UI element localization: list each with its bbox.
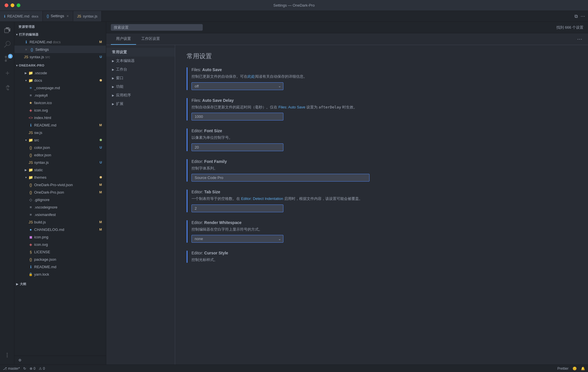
activitybar: 9 <box>0 22 14 365</box>
project-header[interactable]: ▾ ONEDARK-PRO <box>14 62 106 69</box>
list-item[interactable]: ▶ 📁 .vscode <box>14 69 106 77</box>
list-item[interactable]: ● CHANGELOG.md M <box>14 226 106 233</box>
tab-settings[interactable]: {} Settings × <box>43 11 73 22</box>
list-item[interactable]: ℹ README.md M <box>14 121 106 129</box>
sync-icon[interactable]: ↻ <box>23 367 26 371</box>
list-item[interactable]: {} package.json <box>14 256 106 263</box>
list-item[interactable]: {} OneDark-Pro.json M <box>14 188 106 196</box>
settings-nav-text-editor[interactable]: ▶ 文本编辑器 <box>106 57 175 65</box>
list-item[interactable]: ◇ .gitignore <box>14 196 106 203</box>
list-item[interactable]: ★ favicon.ico <box>14 99 106 106</box>
outline-header[interactable]: ▶ 大纲 <box>14 280 106 288</box>
setting-link[interactable]: 此处 <box>247 74 255 79</box>
svg-icon: ◈ <box>28 108 33 112</box>
list-item[interactable]: ▾ 📁 docs <box>14 77 106 84</box>
list-item[interactable]: ▾ 📁 themes <box>14 174 106 181</box>
split-editor-icon[interactable]: ⧉ <box>575 14 578 19</box>
settings-nav-window[interactable]: ▶ 窗口 <box>106 74 175 82</box>
tab-size-input[interactable] <box>192 204 283 212</box>
prettier-label[interactable]: Prettier <box>557 367 568 371</box>
json-icon: {} <box>28 145 33 150</box>
modified-dot <box>100 139 102 141</box>
setting-name: Font Family <box>204 159 227 164</box>
tab-readme[interactable]: ℹ README.md docs <box>0 11 43 22</box>
readme-icon: ℹ <box>28 123 33 127</box>
tab-user-settings[interactable]: 用户设置 <box>111 33 136 45</box>
list-item[interactable]: ◈ icon.svg <box>14 241 106 248</box>
list-item[interactable]: ▾ 📁 src <box>14 136 106 144</box>
tab-close-settings[interactable]: × <box>67 14 69 18</box>
list-item[interactable]: JS syntax.js src U <box>14 53 106 61</box>
render-whitespace-select[interactable]: none boundary selection trailing all <box>192 235 283 243</box>
error-count[interactable]: ⊗ 0 <box>30 367 35 371</box>
list-item[interactable]: § LICENSE <box>14 248 106 256</box>
list-item[interactable]: ≡ .nojekyll <box>14 91 106 99</box>
list-item[interactable]: × {} Settings <box>14 46 106 53</box>
list-item[interactable]: ◼ icon.png <box>14 233 106 241</box>
close-button[interactable] <box>5 3 8 7</box>
list-item[interactable]: ◈ icon.svg <box>14 106 106 114</box>
bell-icon[interactable]: 🔔 <box>581 367 585 371</box>
list-item[interactable]: JS sw.js <box>14 129 106 136</box>
json-icon: {} <box>28 183 33 187</box>
setting-name: Auto Save Delay <box>202 98 234 103</box>
tab-syntax[interactable]: JS syntax.js <box>73 11 102 22</box>
auto-save-select[interactable]: off afterDelay onFocusChange onWindowCha… <box>192 82 283 90</box>
list-item[interactable]: {} color.json U <box>14 144 106 151</box>
list-item[interactable]: ▶ 📁 static <box>14 166 106 174</box>
activity-source-control[interactable]: 9 <box>0 52 14 66</box>
auto-save-delay-input[interactable] <box>192 113 283 120</box>
activity-search[interactable] <box>0 37 14 52</box>
statusbar-left: ⎇ master* ↻ ⊗ 0 ⚠ 0 <box>3 367 45 371</box>
git-branch[interactable]: ⎇ master* <box>3 367 20 371</box>
list-item[interactable]: ≡ _coverpage.md <box>14 84 106 91</box>
chevron-down-icon: ▾ <box>24 176 28 179</box>
warning-count[interactable]: ⚠ 0 <box>39 367 45 371</box>
list-item[interactable]: JS syntax.js U <box>14 159 106 166</box>
git-branch-icon: ⎇ <box>3 367 7 371</box>
list-item[interactable]: ≡ .vsixmanifest <box>14 211 106 218</box>
activity-extensions[interactable] <box>0 80 14 95</box>
settings-nav-features[interactable]: ▶ 功能 <box>106 82 175 91</box>
settings-nav-group: 常用设置 ▶ 文本编辑器 ▶ 工作台 ▶ 窗口 <box>106 47 175 109</box>
setting-name: Font Size <box>204 128 222 133</box>
more-settings-icon[interactable]: ⋯ <box>576 35 583 43</box>
list-item[interactable]: JS build.js M <box>14 218 106 226</box>
list-item[interactable]: <> index.html <box>14 114 106 121</box>
settings-nav-commonly-used[interactable]: 常用设置 <box>106 48 175 57</box>
list-item[interactable]: {} editor.json <box>14 151 106 159</box>
settings-nav-label: 功能 <box>116 84 123 89</box>
modified-badge: M <box>99 228 102 231</box>
list-item[interactable]: ℹ README.md <box>14 263 106 270</box>
settings-nav-extensions[interactable]: ▶ 扩展 <box>106 100 175 108</box>
manifest-icon: ≡ <box>28 213 33 217</box>
activity-debug[interactable] <box>0 66 14 80</box>
setting-prefix: Editor: <box>192 251 204 255</box>
settings-nav-workbench[interactable]: ▶ 工作台 <box>106 65 175 74</box>
search-input[interactable] <box>111 24 203 31</box>
more-actions-icon[interactable]: ⋯ <box>581 13 585 19</box>
modified-badge: M <box>99 190 102 194</box>
opened-editors-header[interactable]: ▾ 打开的编辑器 <box>14 31 106 38</box>
settings-nav-application[interactable]: ▶ 应用程序 <box>106 91 175 100</box>
setting-link[interactable]: Files: Auto Save <box>278 105 305 109</box>
sidebar-bottom: ⚙ <box>14 356 106 365</box>
smiley-icon[interactable]: 😊 <box>572 367 577 371</box>
activity-settings[interactable] <box>0 348 14 362</box>
minimize-button[interactable] <box>11 3 14 7</box>
chevron-right-icon: ▶ <box>112 68 114 71</box>
tab-workspace-settings[interactable]: 工作区设置 <box>136 33 165 45</box>
setting-name: Auto Save <box>202 67 222 72</box>
activity-explorer[interactable] <box>0 23 14 37</box>
maximize-button[interactable] <box>17 3 20 7</box>
settings-gear[interactable]: ⚙ <box>18 358 22 362</box>
folder-icon: 📁 <box>28 168 33 172</box>
list-item[interactable]: ℹ README.md docs M <box>14 38 106 46</box>
setting-link[interactable]: Editor: Detect Indentation <box>241 196 283 201</box>
font-size-input[interactable] <box>192 143 283 151</box>
settings-section-title: 常用设置 <box>187 52 577 61</box>
font-family-input[interactable] <box>192 174 370 182</box>
list-item[interactable]: ≡ .vscodeignore <box>14 203 106 211</box>
list-item[interactable]: 🔒 yarn.lock <box>14 270 106 278</box>
list-item[interactable]: {} OneDark-Pro-vivid.json M <box>14 181 106 188</box>
